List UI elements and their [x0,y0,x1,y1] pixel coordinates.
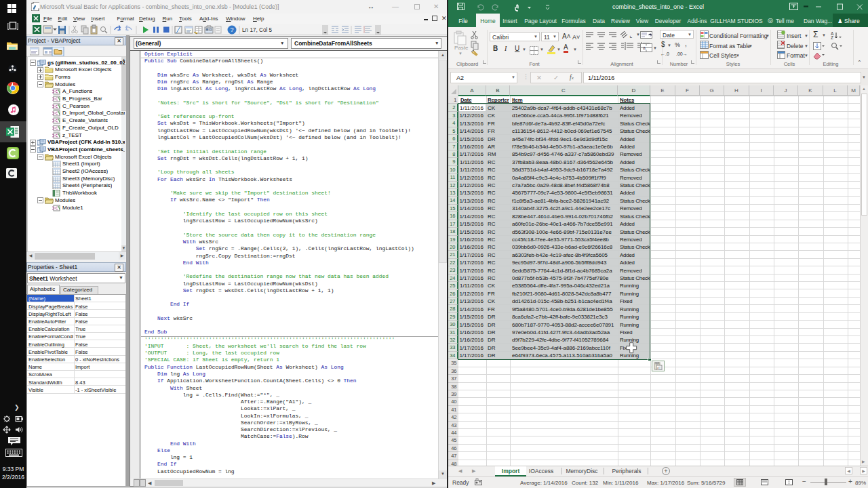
svg-text:⌞: ⌞ [629,32,632,39]
svg-text:Z: Z [831,35,833,39]
svg-text:?: ? [230,26,233,33]
svg-text:a: a [643,45,646,50]
svg-text:(C: (C [657,366,662,370]
